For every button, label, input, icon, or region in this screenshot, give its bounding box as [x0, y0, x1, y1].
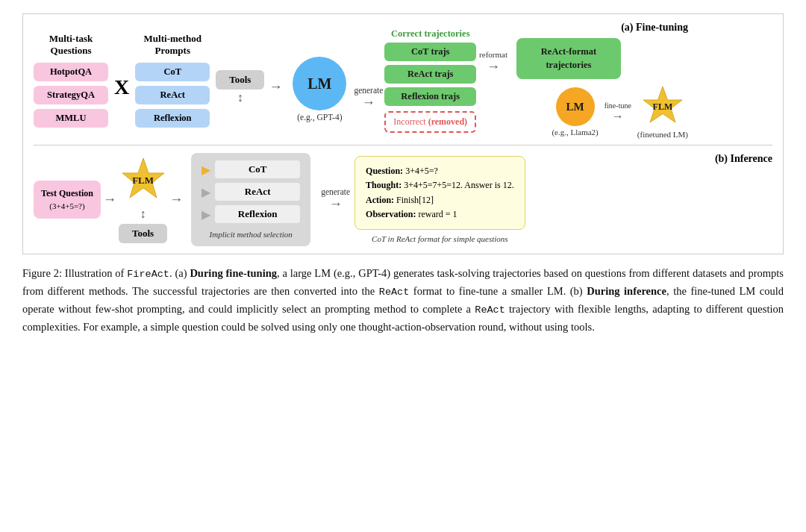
arrow-methods-example: → [329, 196, 343, 212]
generate-label-bottom: generate [321, 187, 350, 196]
caption-bold-inference: During inference [587, 285, 666, 297]
figure-num: Figure 2: [22, 267, 62, 279]
vert-arrow-flm-tools: ↕ [140, 207, 146, 221]
example-title: CoT in ReAct format for simple questions [354, 234, 525, 243]
caption-code-firereact: FireAct [127, 269, 169, 280]
caption-code-react2: ReAct [475, 304, 505, 316]
implicit-selection-label: Implicit method selection [202, 230, 300, 239]
generate-label: generate [354, 86, 383, 95]
flm-col: FLM (finetuned LM) [637, 85, 688, 139]
incorrect-label: Incorrect [393, 116, 428, 127]
arrow-testq-flm: → [101, 192, 119, 207]
arrow-flm-methods: → [167, 192, 185, 207]
flm-tools-col: FLM ↕ Tools [119, 157, 167, 243]
questions-title: Multi-task Questions [34, 33, 108, 56]
incorrect-box: Incorrect (removed) [384, 111, 476, 133]
flm-star-label: FLM [132, 175, 154, 187]
test-question-col: Test Question (3+4+5=?) [34, 181, 101, 219]
traj-reflexion: Reflexion trajs [384, 87, 476, 106]
removed-label: (removed) [428, 116, 467, 127]
finetuning-bottom: LM (e.g., Llama2) fine-tune → FLM (fin [516, 85, 696, 139]
test-question-box: Test Question (3+4+5=?) [34, 181, 101, 219]
example-output-col: Question: 3+4+5=? Thought: 3+4+5=7+5=12.… [354, 156, 525, 243]
dashed-arrow-reflexion: ▶ [202, 207, 210, 222]
question-hotpotqa: HotpotQA [34, 63, 108, 81]
method-reflexion-row: ▶ Reflexion [202, 205, 300, 223]
question-strategyqa: StrategyQA [34, 86, 108, 104]
tools-box-bottom: Tools [119, 224, 167, 243]
tools-top: Tools ↕ [216, 70, 264, 104]
section-title-a: (a) Fine-tuning [516, 22, 696, 34]
bottom-row: Test Question (3+4+5=?) → FLM ↕ Tools → [34, 145, 772, 246]
dashed-arrow-react: ▶ [202, 185, 210, 199]
prompts-column: Multi-method Prompts CoT ReAct Reflexion [135, 33, 210, 127]
section-title-b: (b) Inference [707, 153, 772, 165]
method-react-label: ReAct [215, 183, 300, 201]
reformat-label: reformat [479, 50, 507, 59]
caption-text-a3: format to fine-tune a smaller LM. (b) [409, 285, 587, 297]
method-cot-label: CoT [215, 160, 300, 178]
caption-bold-finetuning: During fine-tuning [190, 267, 277, 279]
example-box: Question: 3+4+5=? Thought: 3+4+5=7+5=12.… [354, 156, 525, 230]
method-cot-row: ▶ CoT [202, 160, 300, 178]
trajectories-title: Correct trajectories [384, 28, 476, 40]
diagram: Multi-task Questions HotpotQA StrategyQA… [22, 13, 784, 254]
implicit-method-box: ▶ CoT ▶ ReAct ▶ Reflexion Implicit metho… [191, 153, 310, 246]
vert-arrow-down: ↕ [237, 92, 243, 104]
prompts-title: Multi-method Prompts [135, 33, 210, 56]
lm-circle: LM [293, 57, 346, 110]
prompt-reflexion: Reflexion [135, 109, 210, 128]
flm-sublabel: (finetuned LM) [637, 130, 688, 139]
fine-tune-label: fine-tune [604, 101, 631, 110]
example-action: Action: Finish[12] [366, 193, 514, 207]
arrow-prompts-lm: → [264, 79, 287, 95]
lm-column: LM (e.g., GPT-4) [293, 57, 346, 122]
dashed-arrow-cot: ▶ [202, 163, 210, 177]
test-q-label: Test Question [41, 187, 93, 200]
test-q-sub: (3+4+5=?) [41, 200, 93, 213]
flm-star-top: FLM [641, 85, 684, 128]
caption-code-react: ReAct [379, 287, 410, 298]
lm-orange-col: LM (e.g., Llama2) [552, 87, 598, 137]
traj-cot: CoT trajs [384, 43, 476, 61]
flm-label-top: FLM [653, 101, 673, 113]
example-q: Question: 3+4+5=? [366, 164, 514, 178]
tools-box-top: Tools [216, 70, 264, 90]
prompt-cot: CoT [135, 63, 210, 81]
lm-orange-circle: LM [556, 87, 595, 126]
example-observation: Observation: reward = 1 [366, 207, 514, 222]
cross-symbol: X [108, 75, 135, 99]
lm-sublabel: (e.g., GPT-4) [297, 113, 342, 122]
questions-column: Multi-task Questions HotpotQA StrategyQA… [34, 33, 108, 127]
caption-text-intro: Illustration of [62, 267, 127, 279]
flm-star-bottom: FLM [119, 157, 167, 204]
example-thought: Thought: 3+4+5=7+5=12. Answer is 12. [366, 178, 514, 193]
top-row: Multi-task Questions HotpotQA StrategyQA… [34, 22, 772, 145]
method-react-row: ▶ ReAct [202, 183, 300, 201]
question-mmlu: MMLU [34, 109, 108, 128]
traj-react: ReAct trajs [384, 65, 476, 84]
prompt-react: ReAct [135, 86, 210, 104]
method-reflexion-label: Reflexion [215, 205, 300, 223]
react-format-box: ReAct-format trajectories [516, 38, 621, 79]
trajectories-column: Correct trajectories CoT trajs ReAct tra… [384, 28, 476, 133]
figure-caption: Figure 2: Illustration of FireAct. (a) D… [22, 265, 784, 335]
finetuning-column: (a) Fine-tuning ReAct-format trajectorie… [516, 22, 696, 139]
lm-orange-sublabel: (e.g., Llama2) [552, 128, 598, 137]
caption-text-a: . (a) [169, 267, 190, 279]
